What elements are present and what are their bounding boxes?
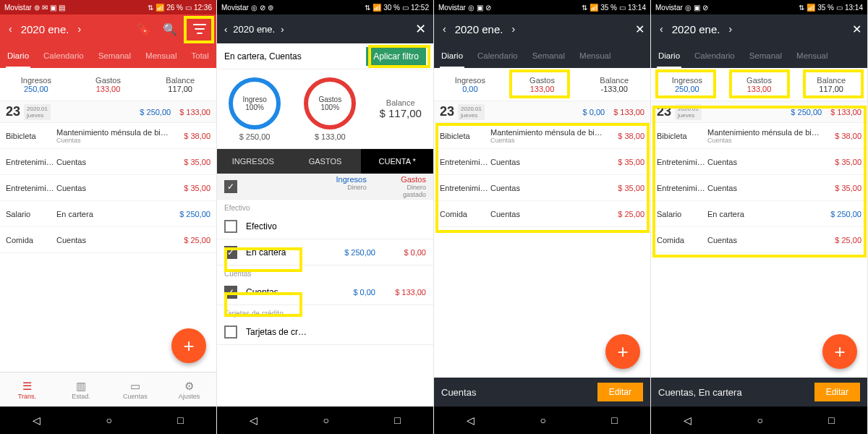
tx-list: BibicletaMantenimiento ménsula de bi…Cue… — [651, 123, 867, 253]
month-title[interactable]: 2020 ene. — [455, 23, 503, 35]
transaction-row[interactable]: ComidaCuentas$ 25,00 — [0, 227, 216, 253]
recents-button[interactable]: □ — [177, 414, 183, 426]
next-month-button[interactable]: › — [509, 23, 518, 35]
transaction-row[interactable]: SalarioEn cartera$ 250,00 — [651, 201, 867, 227]
close-icon[interactable]: ✕ — [635, 22, 644, 36]
month-title[interactable]: 2020 ene. — [21, 23, 69, 35]
transaction-row[interactable]: BibicletaMantenimiento ménsula de bi…Cue… — [651, 123, 867, 149]
transaction-row[interactable]: SalarioEn cartera$ 250,00 — [0, 201, 216, 227]
option-efectivo[interactable]: Efectivo — [217, 213, 433, 239]
tx-list: BibicletaMantenimiento ménsula de bi…Cue… — [0, 123, 216, 253]
pane-1: Movistar⊚✉▣▤ ⇅📶26 %▭12:36 ‹ 2020 ene. › … — [0, 0, 217, 434]
date-header: 23 2020.01jueves $ 0,00$ 133,00 — [434, 101, 650, 123]
option-tarjetas[interactable]: Tarjetas de cr… — [217, 319, 433, 345]
back-button[interactable]: ◁ — [33, 414, 41, 426]
nav-ajustes[interactable]: ⚙Ajustes — [162, 373, 216, 407]
nav-trans[interactable]: ☰Trans. — [0, 373, 54, 407]
checkbox-tarjetas[interactable] — [224, 326, 237, 339]
seg-cuenta[interactable]: CUENTA * — [361, 149, 433, 174]
tab-semanal[interactable]: Semanal — [91, 43, 138, 68]
checkbox-efectivo[interactable] — [224, 220, 237, 233]
filter-icon[interactable] — [189, 18, 210, 40]
seg-gastos[interactable]: GASTOS — [289, 149, 362, 174]
pane-4: Movistar◎▣⊘ ⇅📶35 %▭13:14 ‹ 2020 ene. › ✕… — [651, 0, 868, 434]
home-button[interactable]: ○ — [757, 414, 763, 426]
next-month-button[interactable]: › — [75, 23, 84, 35]
tab-calendario[interactable]: Calendario — [687, 43, 742, 68]
prev-month-button[interactable]: ‹ — [6, 23, 15, 35]
bottom-nav: ☰Trans. ▥Estad. ▭Cuentas ⚙Ajustes — [0, 372, 216, 407]
transaction-row[interactable]: BibicletaMantenimiento ménsula de bi…Cue… — [434, 123, 650, 149]
close-icon[interactable]: ✕ — [852, 22, 861, 36]
transaction-row[interactable]: Entretenimie…Cuentas$ 35,00 — [651, 149, 867, 175]
tab-semanal[interactable]: Semanal — [742, 43, 789, 68]
summary-row: Ingresos0,00 Gastos133,00 Balance-133,00 — [434, 68, 650, 101]
add-fab[interactable]: + — [171, 328, 206, 363]
next-month-button[interactable]: › — [726, 23, 735, 35]
transaction-row[interactable]: Entretenimie…Cuentas$ 35,00 — [0, 149, 216, 175]
tab-semanal[interactable]: Semanal — [525, 43, 572, 68]
bookmark-icon[interactable]: 🔖 — [137, 22, 151, 36]
checkbox-cuentas[interactable]: ✓ — [224, 286, 237, 299]
nav-estad[interactable]: ▥Estad. — [54, 373, 109, 407]
option-cartera[interactable]: ✓ En cartera $ 250,00$ 0,00 — [217, 239, 433, 265]
close-icon[interactable]: ✕ — [415, 21, 426, 37]
status-bar: Movistar◎⊘⊚ ⇅📶30 %▭12:52 — [217, 0, 433, 14]
transaction-row[interactable]: BibicletaMantenimiento ménsula de bi…Cue… — [0, 123, 216, 149]
tab-total[interactable]: Total — [184, 43, 216, 68]
view-tabs: Diario Calendario Semanal Mensual — [434, 43, 650, 68]
view-tabs: Diario Calendario Semanal Mensual — [651, 43, 867, 68]
recents-button[interactable]: □ — [828, 414, 834, 426]
transaction-row[interactable]: Entretenimie…Cuentas$ 35,00 — [0, 175, 216, 201]
next-month-button[interactable]: › — [281, 24, 284, 35]
edit-bar-label: Cuentas, En cartera — [658, 387, 742, 398]
home-button[interactable]: ○ — [106, 414, 112, 426]
home-button[interactable]: ○ — [540, 414, 546, 426]
transaction-row[interactable]: Entretenimie…Cuentas$ 35,00 — [434, 175, 650, 201]
transaction-row[interactable]: Entretenimie…Cuentas$ 35,00 — [651, 175, 867, 201]
search-icon[interactable]: 🔍 — [163, 22, 177, 36]
transaction-row[interactable]: ComidaCuentas$ 25,00 — [651, 227, 867, 253]
nav-cuentas[interactable]: ▭Cuentas — [109, 373, 163, 407]
transaction-row[interactable]: Entretenimie…Cuentas$ 35,00 — [434, 149, 650, 175]
prev-month-button[interactable]: ‹ — [657, 23, 666, 35]
date-header: 23 2020.01jueves $ 250,00$ 133,00 — [0, 101, 216, 123]
group-tarjetas: Tarjetas de crédito — [217, 305, 433, 319]
month-title[interactable]: 2020 ene. — [672, 23, 720, 35]
prev-month-button[interactable]: ‹ — [224, 24, 227, 35]
back-button[interactable]: ◁ — [684, 414, 692, 426]
add-fab[interactable]: + — [822, 334, 857, 369]
tab-diario[interactable]: Diario — [0, 43, 36, 68]
home-button[interactable]: ○ — [323, 414, 329, 426]
app-bar: ‹ 2020 ene. › ✕ — [434, 14, 650, 43]
prev-month-button[interactable]: ‹ — [440, 23, 449, 35]
pane-2: Movistar◎⊘⊚ ⇅📶30 %▭12:52 ‹ 2020 ene. › ✕… — [217, 0, 434, 434]
add-fab[interactable]: + — [605, 334, 640, 369]
tab-mensual[interactable]: Mensual — [572, 43, 618, 68]
status-bar: Movistar◎▣⊘ ⇅📶35 %▭13:14 — [434, 0, 650, 14]
filter-summary-text: En cartera, Cuentas — [224, 51, 302, 61]
segment-tabs: INGRESOS GASTOS CUENTA * — [217, 149, 433, 174]
apply-filter-button[interactable]: Aplicar filtro — [366, 47, 426, 66]
back-button[interactable]: ◁ — [250, 414, 258, 426]
tab-mensual[interactable]: Mensual — [138, 43, 184, 68]
option-cuentas[interactable]: ✓ Cuentas $ 0,00$ 133,00 — [217, 279, 433, 305]
recents-button[interactable]: □ — [394, 414, 400, 426]
back-button[interactable]: ◁ — [467, 414, 475, 426]
edit-button[interactable]: Editar — [597, 383, 643, 401]
tab-mensual[interactable]: Mensual — [789, 43, 835, 68]
recents-button[interactable]: □ — [611, 414, 617, 426]
tab-calendario[interactable]: Calendario — [36, 43, 91, 68]
checkbox-all[interactable]: ✓ — [224, 180, 237, 193]
filter-header: ‹ 2020 ene. › ✕ — [217, 14, 433, 43]
tab-calendario[interactable]: Calendario — [470, 43, 525, 68]
checkbox-cartera[interactable]: ✓ — [224, 246, 237, 259]
tab-diario[interactable]: Diario — [651, 43, 687, 68]
select-all-row[interactable]: ✓ IngresosDinero GastosDinero gastado — [217, 174, 433, 200]
tab-diario[interactable]: Diario — [434, 43, 470, 68]
edit-button[interactable]: Editar — [814, 383, 860, 401]
month-title[interactable]: 2020 ene. — [233, 24, 275, 35]
transaction-row[interactable]: ComidaCuentas$ 25,00 — [434, 201, 650, 227]
status-bar: Movistar⊚✉▣▤ ⇅📶26 %▭12:36 — [0, 0, 216, 14]
seg-ingresos[interactable]: INGRESOS — [217, 149, 289, 174]
